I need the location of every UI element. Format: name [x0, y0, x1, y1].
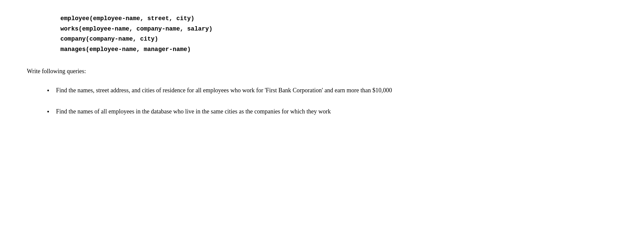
- list-item: • Find the names of all employees in the…: [47, 106, 617, 117]
- code-line-1: employee(employee-name, street, city): [60, 13, 617, 24]
- bullet-dot-2: •: [47, 107, 49, 117]
- section-label: Write following queries:: [27, 68, 617, 75]
- code-line-4: manages(employee-name, manager-name): [60, 44, 617, 55]
- code-line-3: company(company-name, city): [60, 34, 617, 44]
- list-item: • Find the names, street address, and ci…: [47, 85, 617, 96]
- code-block: employee(employee-name, street, city) wo…: [60, 13, 617, 54]
- bullet-dot-1: •: [47, 86, 49, 96]
- bullet-text-1: Find the names, street address, and citi…: [56, 85, 392, 96]
- bullet-text-2: Find the names of all employees in the d…: [56, 106, 331, 117]
- code-line-2: works(employee-name, company-name, salar…: [60, 24, 617, 34]
- bullet-list: • Find the names, street address, and ci…: [47, 85, 617, 117]
